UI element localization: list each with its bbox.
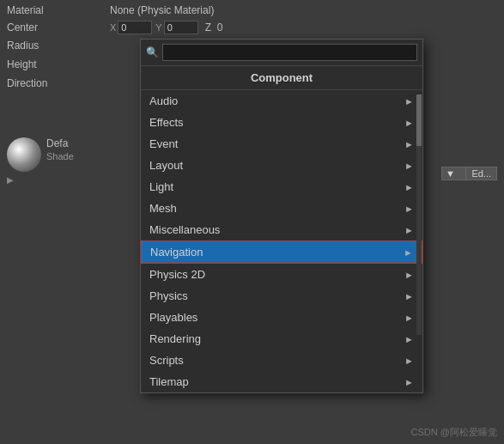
center-x-field: X: [110, 21, 152, 34]
edit-button[interactable]: Ed...: [465, 167, 497, 180]
arrow-icon: ►: [404, 313, 414, 323]
arrow-icon: ►: [404, 356, 414, 366]
watermark: CSDN @阿松爱睡觉: [411, 426, 497, 439]
arrow-icon: ►: [404, 204, 414, 214]
y-axis-label: Y: [155, 22, 161, 33]
arrow-icon: ►: [404, 182, 414, 192]
center-x-input[interactable]: [118, 21, 152, 34]
dropdown-item-label: Tilemap: [149, 375, 189, 388]
height-label: Height: [7, 58, 127, 70]
component-dropdown: 🔍 Component Audio ► Effects ► Event ► La…: [140, 39, 423, 393]
shader-name: Shade: [46, 151, 74, 161]
dropdown-item-label: Physics 2D: [149, 268, 205, 281]
arrow-icon: ►: [404, 334, 414, 344]
dropdown-item-label: Scripts: [149, 354, 184, 367]
material-name: Defa: [46, 137, 74, 149]
radius-label: Radius: [7, 40, 127, 52]
inspector-panel: Material None (Physic Material) Center X…: [0, 2, 504, 444]
dropdown-item-label: Effects: [149, 116, 184, 129]
z-axis-label: Z: [205, 21, 211, 33]
center-y-input[interactable]: [164, 21, 198, 34]
center-row: Center X Y Z 0: [0, 19, 504, 36]
dropdown-item-label: Layout: [149, 159, 183, 172]
material-row: Material None (Physic Material): [0, 2, 504, 19]
arrow-icon: ►: [404, 270, 414, 280]
center-xyz-fields: X Y Z 0: [110, 21, 222, 34]
arrow-icon: ►: [404, 139, 414, 149]
material-label: Material: [7, 4, 110, 16]
material-preview: Defa Shade: [7, 137, 131, 172]
dropdown-item-label: Miscellaneous: [149, 223, 220, 236]
center-y-field: Y: [155, 21, 197, 34]
dropdown-search-bar: 🔍: [141, 40, 422, 66]
dropdown-item-effects[interactable]: Effects ►: [141, 112, 422, 133]
center-z-value: Z 0: [205, 21, 223, 33]
dropdown-item-event[interactable]: Event ►: [141, 133, 422, 155]
dropdown-item-scripts[interactable]: Scripts ►: [141, 350, 422, 371]
dropdown-item-physics2d[interactable]: Physics 2D ►: [141, 264, 422, 285]
arrow-icon: ►: [404, 247, 413, 258]
dropdown-item-navigation[interactable]: Navigation ►: [141, 240, 422, 264]
dropdown-item-physics[interactable]: Physics ►: [141, 285, 422, 307]
direction-label: Direction: [7, 77, 127, 89]
x-axis-label: X: [110, 22, 116, 33]
arrow-icon: ►: [404, 225, 414, 235]
dropdown-item-label: Audio: [149, 94, 178, 107]
center-label: Center: [7, 21, 110, 33]
dropdown-item-label: Mesh: [149, 202, 177, 215]
dropdown-item-miscellaneous[interactable]: Miscellaneous ►: [141, 219, 422, 240]
search-icon: 🔍: [146, 46, 159, 58]
dropdown-item-light[interactable]: Light ►: [141, 176, 422, 198]
arrow-icon: ►: [404, 377, 414, 387]
dropdown-item-tilemap[interactable]: Tilemap ►: [141, 371, 422, 392]
dropdown-item-label: Navigation: [150, 246, 203, 258]
arrow-icon: ►: [404, 161, 414, 171]
arrow-icon: ►: [404, 291, 414, 301]
dropdown-item-rendering[interactable]: Rendering ►: [141, 328, 422, 350]
material-preview-section: Defa Shade ▶: [0, 129, 137, 198]
dropdown-item-audio[interactable]: Audio ►: [141, 90, 422, 112]
dropdown-scroll-area[interactable]: Audio ► Effects ► Event ► Layout ► Light…: [141, 90, 422, 392]
dropdown-item-mesh[interactable]: Mesh ►: [141, 198, 422, 219]
dropdown-item-playables[interactable]: Playables ►: [141, 307, 422, 328]
dropdown-item-layout[interactable]: Layout ►: [141, 155, 422, 176]
scrollbar-track[interactable]: [416, 94, 422, 335]
sphere-preview-icon: [7, 137, 41, 172]
dropdown-item-label: Light: [149, 180, 173, 193]
dropdown-item-label: Rendering: [149, 332, 201, 345]
arrow-icon: ►: [404, 96, 414, 106]
dropdown-item-label: Playables: [149, 311, 197, 324]
material-info: Defa Shade: [46, 137, 74, 161]
play-button[interactable]: ▶: [7, 175, 131, 185]
scrollbar-thumb[interactable]: [416, 94, 422, 146]
dropdown-item-label: Physics: [149, 289, 188, 302]
arrow-icon: ►: [404, 118, 414, 128]
dropdown-header: Component: [141, 66, 422, 90]
component-search-input[interactable]: [162, 44, 417, 61]
dropdown-item-label: Event: [149, 137, 178, 150]
material-value: None (Physic Material): [110, 4, 497, 16]
